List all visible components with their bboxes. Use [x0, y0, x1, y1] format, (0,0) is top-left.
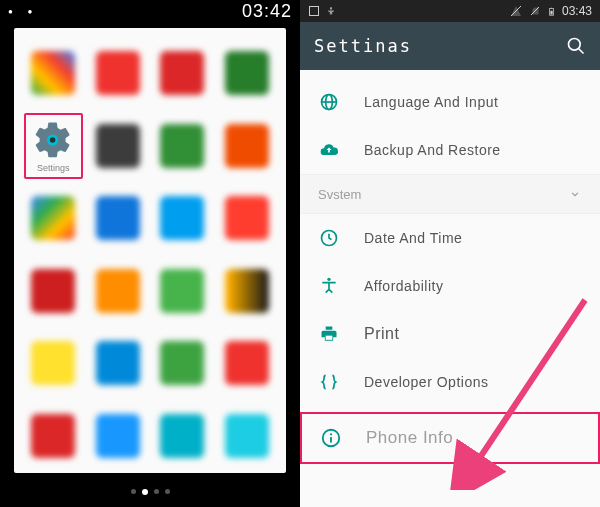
app-icon[interactable]	[153, 40, 212, 107]
settings-appbar: Settinas	[300, 22, 600, 70]
app-icon[interactable]	[218, 113, 277, 180]
gear-icon	[32, 119, 74, 161]
row-label: Developer Options	[364, 374, 488, 390]
clock-icon	[318, 227, 340, 249]
screenshot-icon	[308, 5, 320, 17]
status-time-left: 03:42	[242, 1, 292, 22]
svg-rect-18	[330, 437, 332, 443]
right-phone-frame: 03:43 Settinas Language And Input Backup…	[300, 0, 600, 507]
row-developer-options[interactable]: Developer Options	[300, 358, 600, 406]
app-icon[interactable]	[218, 403, 277, 470]
app-icon[interactable]	[218, 185, 277, 252]
no-signal-icon	[509, 5, 523, 17]
chevron-down-icon	[568, 187, 582, 201]
row-label: Phone Info	[366, 428, 453, 448]
row-label: Date And Time	[364, 230, 462, 246]
app-icon[interactable]	[218, 330, 277, 397]
app-icon[interactable]	[24, 403, 83, 470]
left-phone-frame: ● ● 03:42 Settings	[0, 0, 300, 507]
app-icon[interactable]	[218, 258, 277, 325]
cloud-upload-icon	[318, 139, 340, 161]
svg-point-1	[50, 137, 56, 143]
app-icon[interactable]	[24, 330, 83, 397]
info-icon	[320, 427, 342, 449]
page-indicator	[0, 489, 300, 495]
app-icon[interactable]	[24, 40, 83, 107]
status-dots: ● ●	[8, 7, 34, 16]
app-icon[interactable]	[89, 258, 148, 325]
svg-rect-2	[310, 7, 319, 16]
settings-app-label: Settings	[37, 163, 70, 173]
app-icon[interactable]	[153, 185, 212, 252]
status-time-right: 03:43	[562, 4, 592, 18]
app-icon[interactable]	[153, 258, 212, 325]
app-icon[interactable]	[24, 258, 83, 325]
usb-icon	[326, 5, 336, 17]
row-affordability[interactable]: Affordability	[300, 262, 600, 310]
app-icon[interactable]	[24, 185, 83, 252]
svg-point-14	[327, 278, 330, 281]
print-icon	[318, 323, 340, 345]
settings-list: Language And Input Backup And Restore Sv…	[300, 70, 600, 464]
svg-line-9	[579, 49, 584, 54]
status-bar-left: ● ● 03:42	[0, 0, 300, 22]
row-label: Language And Input	[364, 94, 498, 110]
search-icon[interactable]	[566, 36, 586, 56]
svg-point-17	[330, 433, 332, 435]
row-label: Backup And Restore	[364, 142, 501, 158]
row-language-input[interactable]: Language And Input	[300, 78, 600, 126]
app-icon[interactable]	[89, 330, 148, 397]
section-header-system[interactable]: Svstem	[300, 174, 600, 214]
svg-rect-7	[550, 10, 552, 14]
settings-app-icon[interactable]: Settings	[24, 113, 83, 180]
svg-point-8	[569, 39, 581, 51]
no-sim-icon	[529, 5, 541, 17]
row-print[interactable]: Print	[300, 310, 600, 358]
app-icon[interactable]	[89, 113, 148, 180]
app-icon[interactable]	[89, 40, 148, 107]
app-drawer[interactable]: Settings	[14, 28, 286, 473]
battery-icon	[547, 5, 556, 18]
row-backup-restore[interactable]: Backup And Restore	[300, 126, 600, 174]
app-icon[interactable]	[218, 40, 277, 107]
globe-icon	[318, 91, 340, 113]
accessibility-icon	[318, 275, 340, 297]
app-icon[interactable]	[89, 403, 148, 470]
row-date-time[interactable]: Date And Time	[300, 214, 600, 262]
app-icon[interactable]	[153, 403, 212, 470]
section-label: Svstem	[318, 187, 361, 202]
svg-rect-15	[326, 336, 333, 340]
app-icon[interactable]	[153, 113, 212, 180]
svg-rect-6	[551, 7, 553, 8]
status-bar-right: 03:43	[300, 0, 600, 22]
appbar-title: Settinas	[314, 36, 412, 56]
row-label: Print	[364, 325, 399, 343]
row-label: Affordability	[364, 278, 443, 294]
app-icon[interactable]	[153, 330, 212, 397]
app-icon[interactable]	[89, 185, 148, 252]
row-phone-info[interactable]: Phone Info	[300, 412, 600, 464]
braces-icon	[318, 371, 340, 393]
